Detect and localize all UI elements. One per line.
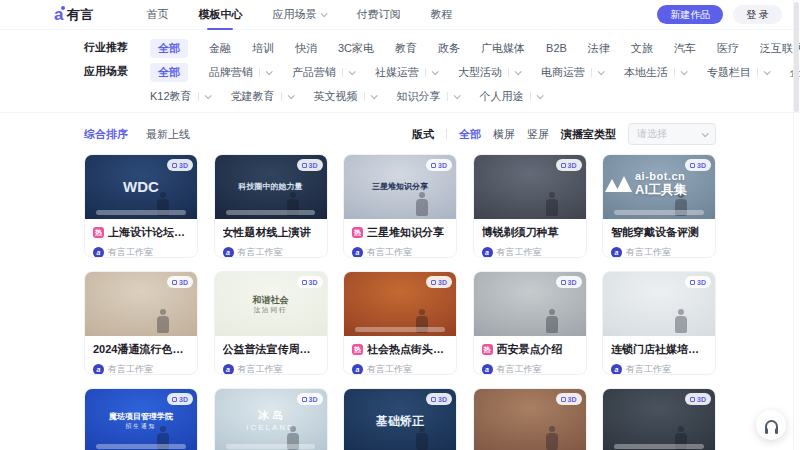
create-work-button[interactable]: 新建作品	[657, 5, 723, 24]
template-card[interactable]: 科技圈中的她力量3D女性题材线上演讲a有言工作室	[214, 154, 328, 258]
template-card[interactable]: 3D博锐剃须刀种草a有言工作室	[473, 154, 587, 258]
nav-item-label: 付费订阅	[356, 7, 400, 22]
presenter-figure	[675, 309, 687, 333]
industry-option[interactable]: 法律	[588, 41, 610, 56]
cube-icon	[561, 280, 566, 285]
sort-option[interactable]: 最新上线	[146, 127, 190, 142]
brand-logo-text: 有言	[66, 6, 94, 24]
3d-badge-label: 3D	[309, 162, 318, 169]
template-card[interactable]: WDC3D热上海设计论坛开场主持a有言工作室	[84, 154, 198, 258]
industry-option[interactable]: 3C家电	[338, 41, 374, 56]
template-card[interactable]: 3D连锁门店社媒培训课a有言工作室	[602, 271, 716, 375]
scene-option[interactable]: 品牌营销	[209, 65, 271, 80]
studio-type-select[interactable]: 请选择	[628, 123, 716, 145]
3d-badge-label: 3D	[438, 162, 447, 169]
cube-icon	[431, 163, 436, 168]
template-thumbnail: 魔珐项目管理学院招生通知3D	[85, 389, 197, 450]
industry-option[interactable]: 快消	[295, 41, 317, 56]
template-title-row: 连锁门店社媒培训课	[611, 342, 707, 357]
template-card[interactable]: 冰 岛ICELAND3D	[214, 388, 328, 450]
nav-item-首页[interactable]: 首页	[146, 0, 168, 30]
chevron-down-icon	[321, 10, 328, 17]
nav-item-付费订阅[interactable]: 付费订阅	[356, 0, 400, 30]
template-title: 博锐剃须刀种草	[482, 225, 559, 240]
scene-option[interactable]: 社媒运营	[375, 65, 437, 80]
scrollbar-thumb[interactable]	[794, 2, 799, 112]
author-avatar: a	[223, 364, 234, 375]
scene-option-label: 专题栏目	[707, 65, 751, 80]
brand-logo[interactable]: a 有言	[54, 6, 94, 24]
layout-option[interactable]: 横屏	[493, 127, 515, 142]
3d-badge: 3D	[297, 276, 323, 288]
template-title-row: 热上海设计论坛开场主持	[93, 225, 189, 240]
template-card-body: 连锁门店社媒培训课a有言工作室	[603, 336, 715, 375]
scene-option[interactable]: 本地生活	[624, 65, 686, 80]
author-name: 有言工作室	[497, 363, 542, 375]
template-card[interactable]: 和谐社会法治同行3D公益普法宣传周活动预告a有言工作室	[214, 271, 328, 375]
scene-option[interactable]: 产品营销	[292, 65, 354, 80]
layout-option[interactable]: 竖屏	[527, 127, 549, 142]
template-author-row: a有言工作室	[352, 363, 448, 375]
author-avatar: a	[93, 247, 104, 258]
presenter-figure	[416, 426, 428, 450]
template-card[interactable]: 魔珐项目管理学院招生通知3D	[84, 388, 198, 450]
nav-item-应用场景[interactable]: 应用场景	[272, 0, 326, 30]
template-card[interactable]: 3Dai-bot.cnAI工具集智能穿戴设备评测a有言工作室	[602, 154, 716, 258]
template-card[interactable]: 3D	[473, 388, 587, 450]
login-button[interactable]: 登 录	[733, 5, 782, 24]
scene-option-label: 大型活动	[458, 65, 502, 80]
sort-option[interactable]: 综合排序	[84, 127, 128, 142]
author-name: 有言工作室	[108, 246, 153, 258]
industry-option[interactable]: 全部	[150, 39, 188, 58]
template-author-row: a有言工作室	[482, 363, 578, 375]
scrollbar-track[interactable]	[793, 0, 800, 450]
scene-option[interactable]: 知识分享	[397, 89, 459, 104]
presenter-figure	[546, 192, 558, 216]
template-grid: WDC3D热上海设计论坛开场主持a有言工作室科技圈中的她力量3D女性题材线上演讲…	[84, 154, 716, 450]
3d-badge-label: 3D	[438, 396, 447, 403]
industry-option[interactable]: 汽车	[674, 41, 696, 56]
scene-option[interactable]: 电商运营	[541, 65, 603, 80]
layout-options: 全部横屏竖屏	[459, 127, 549, 142]
divider	[281, 92, 282, 101]
template-card[interactable]: 3D2024潘通流行色分享a有言工作室	[84, 271, 198, 375]
scene-option[interactable]: 大型活动	[458, 65, 520, 80]
template-card[interactable]: 3D热社会热点街头采访连线a有言工作室	[343, 271, 457, 375]
industry-option[interactable]: 教育	[395, 41, 417, 56]
scene-option[interactable]: 个人用途	[480, 89, 542, 104]
cube-icon	[690, 163, 695, 168]
scene-option[interactable]: K12教育	[150, 89, 210, 104]
nav-item-教程[interactable]: 教程	[430, 0, 452, 30]
scene-option-label: 社媒运营	[375, 65, 419, 80]
scene-option[interactable]: 全部	[150, 63, 188, 82]
3d-badge-label: 3D	[697, 396, 706, 403]
divider	[508, 68, 509, 77]
nav-item-模板中心[interactable]: 模板中心	[198, 0, 242, 30]
3d-badge: 3D	[426, 393, 452, 405]
industry-option[interactable]: 医疗	[717, 41, 739, 56]
industry-option[interactable]: 金融	[209, 41, 231, 56]
template-title-row: 智能穿戴设备评测	[611, 225, 707, 240]
divider	[342, 68, 343, 77]
industry-option[interactable]: 文旅	[631, 41, 653, 56]
support-headset-button[interactable]	[756, 410, 786, 440]
template-card[interactable]: 3D热西安景点介绍a有言工作室	[473, 271, 587, 375]
cube-icon	[561, 163, 566, 168]
scene-option[interactable]: 专题栏目	[707, 65, 769, 80]
studio-type-label: 演播室类型	[561, 127, 616, 142]
scene-option-label: 知识分享	[397, 89, 441, 104]
author-name: 有言工作室	[626, 363, 671, 375]
industry-option[interactable]: B2B	[546, 42, 567, 54]
template-card[interactable]: 三星堆知识分享3D热三星堆知识分享a有言工作室	[343, 154, 457, 258]
industry-option[interactable]: 政务	[438, 41, 460, 56]
template-card[interactable]: 基础矫正3D	[343, 388, 457, 450]
template-author-row: a有言工作室	[223, 246, 319, 258]
scene-option[interactable]: 党建教育	[231, 89, 293, 104]
scene-option[interactable]: 英文视频	[314, 89, 376, 104]
industry-option[interactable]: 培训	[252, 41, 274, 56]
layout-option[interactable]: 全部	[459, 127, 481, 142]
industry-option[interactable]: 广电媒体	[481, 41, 525, 56]
template-thumbnail: 3D	[474, 389, 586, 450]
divider	[198, 92, 199, 101]
template-card[interactable]: 3D	[602, 388, 716, 450]
